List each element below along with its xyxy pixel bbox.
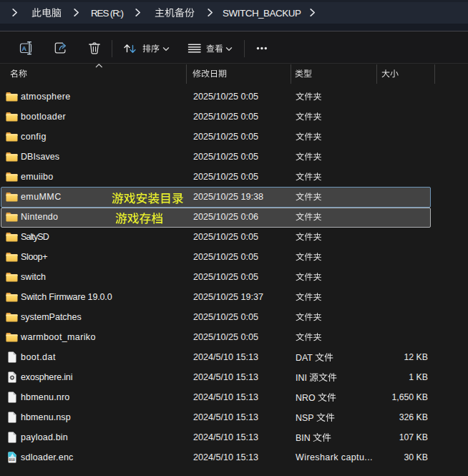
- svg-text:A: A: [22, 45, 27, 52]
- svg-text:010: 010: [9, 458, 15, 462]
